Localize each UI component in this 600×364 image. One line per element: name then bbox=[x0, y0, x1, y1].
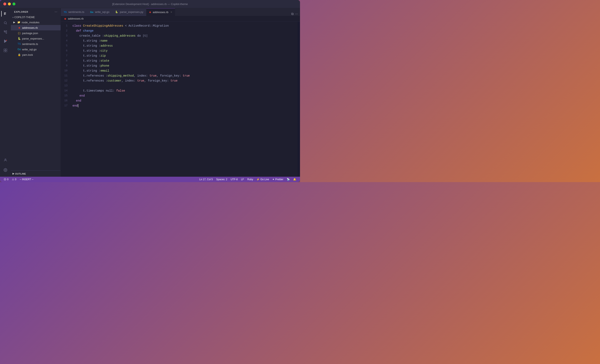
encoding-item[interactable]: UTF-8 bbox=[229, 177, 239, 182]
token-t-string-name: t.string : bbox=[73, 38, 100, 43]
outline-section: ▶ OUTLINE bbox=[11, 171, 61, 177]
copilot-theme-section[interactable]: ▾ COPILOT-THEME bbox=[11, 15, 61, 19]
line-num-5: 5 bbox=[61, 43, 71, 48]
explorer-activity-icon[interactable] bbox=[1, 9, 9, 18]
tab-addresses-rb[interactable]: ◆ addresses.rb × bbox=[146, 8, 175, 16]
svg-point-0 bbox=[4, 22, 7, 24]
language-mode-item[interactable]: Ruby bbox=[246, 177, 255, 182]
token-true-2: true bbox=[183, 73, 190, 78]
extensions-activity-icon[interactable] bbox=[1, 46, 9, 55]
tab-write-sql-go[interactable]: Go write_sql.go bbox=[87, 8, 112, 16]
tabs-bar: TS sentiments.ts Go write_sql.go 🐍 parse… bbox=[61, 8, 300, 16]
prettier-item[interactable]: ✦ Prettier bbox=[271, 177, 285, 182]
split-editor-icon[interactable]: ⧉ bbox=[291, 12, 293, 16]
file-tree: ▶ 📁 node_modules ◆ addresses.rb { } pack… bbox=[11, 19, 61, 171]
py-file-icon: 🐍 bbox=[18, 37, 21, 40]
close-button[interactable] bbox=[3, 2, 6, 5]
svg-line-1 bbox=[6, 24, 7, 24]
source-control-activity-icon[interactable] bbox=[1, 28, 9, 36]
status-bar: ⓪ 0 ⚠ 0 -- INSERT -- Ln 17, Col 5 Spaces… bbox=[0, 177, 300, 182]
sidebar-item-label: yarn.lock bbox=[22, 53, 33, 56]
sidebar-item-addresses-rb[interactable]: ◆ addresses.rb bbox=[11, 25, 61, 30]
tab-sentiments-ts[interactable]: TS sentiments.ts bbox=[61, 8, 87, 16]
mode-status-item: -- INSERT -- bbox=[18, 177, 35, 182]
tab-parse-expenses-py[interactable]: 🐍 parse_expenses.py bbox=[112, 8, 146, 16]
sidebar-item-yarn-lock[interactable]: 🔒 yarn.lock bbox=[11, 52, 61, 57]
token-indent-end1 bbox=[73, 93, 80, 98]
section-name: COPILOT-THEME bbox=[14, 16, 35, 19]
svg-rect-10 bbox=[4, 49, 5, 50]
sidebar-item-node-modules[interactable]: ▶ 📁 node_modules bbox=[11, 19, 61, 25]
token-def-kw: def bbox=[76, 28, 83, 33]
code-line-10: t.string :email bbox=[73, 68, 298, 73]
sidebar-item-package-json[interactable]: { } package.json bbox=[11, 30, 61, 36]
line-num-8: 8 bbox=[61, 58, 71, 63]
breadcrumb-filename: addresses.rb bbox=[68, 17, 84, 20]
eol-label: LF bbox=[241, 178, 244, 181]
code-editor[interactable]: 1 2 3 4 5 6 7 8 9 10 11 12 13 14 15 16 1 bbox=[61, 22, 300, 177]
line-num-1: 1 bbox=[61, 23, 71, 28]
editor-area: TS sentiments.ts Go write_sql.go 🐍 parse… bbox=[61, 8, 300, 177]
problems-status-item[interactable]: ⚠ 0 bbox=[10, 177, 18, 182]
sidebar: EXPLORER ··· ▾ COPILOT-THEME ▶ 📁 node_mo… bbox=[11, 8, 61, 177]
go-live-item[interactable]: ⚡ Go Live bbox=[255, 177, 271, 182]
token-city-sym: city bbox=[100, 48, 107, 53]
settings-activity-icon[interactable] bbox=[1, 166, 9, 174]
more-tabs-icon[interactable]: ··· bbox=[295, 12, 298, 16]
line-num-14: 14 bbox=[61, 88, 71, 93]
sidebar-item-label: sentiments.ts bbox=[22, 42, 38, 46]
sidebar-item-label: write_sql.go bbox=[22, 48, 37, 51]
go-tab-icon: Go bbox=[90, 11, 93, 13]
code-line-6: t.string :city bbox=[73, 48, 298, 53]
notifications-item[interactable]: 🔔 bbox=[291, 177, 298, 182]
code-line-13 bbox=[73, 83, 298, 88]
breadcrumb: ◆ addresses.rb bbox=[64, 17, 84, 20]
account-activity-icon[interactable] bbox=[1, 156, 9, 164]
token-name-sym: name bbox=[100, 38, 107, 43]
sidebar-item-write-sql[interactable]: Go write_sql.go bbox=[11, 47, 61, 52]
window-title: [Extension Development Host] - addresses… bbox=[112, 2, 188, 6]
rb-tab-icon: ◆ bbox=[149, 11, 151, 14]
svg-line-7 bbox=[5, 32, 6, 33]
tab-close-button[interactable]: × bbox=[170, 10, 172, 14]
sidebar-actions[interactable]: ··· bbox=[55, 10, 57, 14]
app-window: [Extension Development Host] - addresses… bbox=[0, 0, 300, 182]
code-line-16: end bbox=[73, 98, 298, 103]
token-ref-2-fk: , foreign_key: bbox=[144, 78, 170, 83]
line-num-15: 15 bbox=[61, 93, 71, 98]
token-t-string-city: t.string : bbox=[73, 48, 100, 53]
tab-label: sentiments.ts bbox=[68, 10, 84, 14]
remote-status-item[interactable]: ⓪ 0 bbox=[2, 177, 10, 182]
run-debug-activity-icon[interactable] bbox=[1, 37, 9, 45]
token-end-1: end bbox=[80, 93, 85, 98]
minimize-button[interactable] bbox=[8, 2, 11, 5]
remote-icon: ⓪ bbox=[4, 178, 6, 181]
cursor-position-item[interactable]: Ln 17, Col 5 bbox=[198, 177, 215, 182]
eol-item[interactable]: LF bbox=[239, 177, 246, 182]
cursor-position-label: Ln 17, Col 5 bbox=[199, 178, 213, 181]
indentation-item[interactable]: Spaces: 2 bbox=[215, 177, 229, 182]
search-activity-icon[interactable] bbox=[1, 19, 9, 27]
token-class-kw: class bbox=[73, 23, 83, 28]
code-line-14: t.timestamps null: false bbox=[73, 88, 298, 93]
svg-rect-11 bbox=[6, 49, 7, 50]
remote-label: 0 bbox=[7, 178, 9, 181]
token-ref-2-idx: , index: bbox=[122, 78, 137, 83]
maximize-button[interactable] bbox=[12, 2, 15, 5]
broadcast-item[interactable]: 📡 bbox=[285, 177, 291, 182]
sidebar-item-parse-expenses[interactable]: 🐍 parse_expenses... bbox=[11, 36, 61, 41]
code-line-5: t.string :address bbox=[73, 43, 298, 48]
code-line-7: t.string :zip bbox=[73, 53, 298, 58]
breadcrumb-bar: ◆ addresses.rb bbox=[61, 16, 300, 22]
code-line-4: t.string :name bbox=[73, 38, 298, 43]
warning-icon: ⚠ bbox=[12, 178, 14, 181]
more-actions-icon[interactable]: ··· bbox=[55, 10, 57, 14]
activity-bar bbox=[0, 8, 11, 177]
tab-label: parse_expenses.py bbox=[120, 10, 143, 14]
code-line-11: t.references :shipping_method, index: tr… bbox=[73, 73, 298, 78]
code-line-2: def change bbox=[73, 28, 298, 33]
token-state-sym: state bbox=[100, 58, 109, 63]
sidebar-item-sentiments[interactable]: TS sentiments.ts bbox=[11, 41, 61, 47]
outline-header[interactable]: ▶ OUTLINE bbox=[11, 172, 61, 176]
svg-rect-13 bbox=[6, 51, 7, 52]
